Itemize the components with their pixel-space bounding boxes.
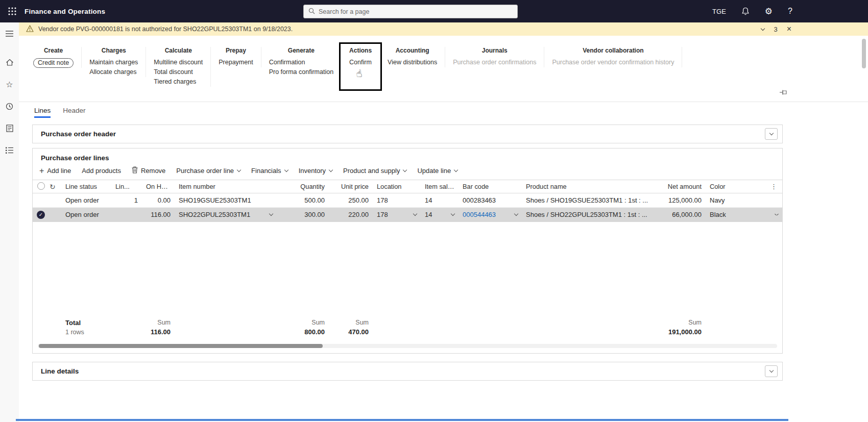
chevron-down-icon (237, 168, 241, 172)
purchase-order-line-menu[interactable]: Purchase order line (176, 167, 240, 175)
chevron-down-icon (769, 368, 773, 373)
cell-on-hand: 0.00 (142, 196, 175, 204)
ribbon-group-title: Prepay (219, 47, 253, 54)
chevron-down-icon (403, 168, 407, 172)
banner-close-icon[interactable]: × (787, 24, 791, 34)
cell-color-dropdown[interactable] (757, 214, 782, 215)
col-quantity[interactable]: Quantity (277, 183, 329, 190)
main-content: Vendor code PVG-000000181 is not authori… (19, 22, 868, 422)
ribbon-group-title: Accounting (388, 47, 437, 54)
col-on-hand[interactable]: On Hand (142, 183, 175, 190)
multiline-discount-button[interactable]: Multiline discount (154, 58, 203, 67)
select-all-circle[interactable] (37, 182, 45, 190)
inventory-menu[interactable]: Inventory (299, 167, 332, 175)
location-value: 178 (377, 211, 388, 218)
hamburger-menu-icon[interactable] (3, 27, 16, 40)
col-bar-code[interactable]: Bar code (459, 183, 522, 190)
col-unit-price[interactable]: Unit price (329, 183, 373, 190)
recent-clock-icon[interactable] (3, 100, 16, 113)
tab-lines[interactable]: Lines (34, 107, 51, 118)
cell-item-sales-tax[interactable]: 14 (421, 211, 459, 218)
col-location[interactable]: Location (373, 183, 421, 190)
prepayment-button[interactable]: Prepayment (219, 58, 253, 67)
vertical-scrollbar[interactable] (862, 37, 866, 417)
workspaces-list-icon[interactable] (3, 143, 16, 157)
col-product-name[interactable]: Product name (522, 183, 662, 190)
cell-line-status: Open order (61, 196, 111, 204)
waffle-menu-icon[interactable] (0, 0, 25, 22)
tiered-charges-button[interactable]: Tiered charges (154, 77, 203, 87)
horizontal-scrollbar[interactable] (38, 344, 777, 348)
col-color[interactable]: Color (706, 183, 757, 190)
row-selected-check-icon[interactable]: ✓ (37, 211, 45, 219)
col-line-number[interactable]: Lin... (111, 183, 142, 190)
expand-section-button[interactable] (765, 365, 778, 377)
cell-quantity: 300.00 (277, 211, 329, 218)
table-row-selected[interactable]: ✓ Open order 116.00 SHO22GPUL25303TM1 30… (33, 208, 782, 222)
total-discount-button[interactable]: Total discount (154, 67, 203, 77)
trash-icon (132, 166, 138, 175)
favorites-star-icon[interactable]: ☆ (3, 78, 16, 91)
ribbon-group-title: Journals (453, 47, 536, 54)
mouse-cursor-hand-icon: ☝ (355, 67, 363, 80)
col-item-number[interactable]: Item number (175, 183, 277, 190)
col-net-amount[interactable]: Net amount (662, 183, 706, 190)
cell-net-amount: 66,000.00 (662, 211, 706, 218)
refresh-icon[interactable]: ↻ (48, 183, 61, 191)
row-select-cell[interactable]: ✓ (33, 211, 48, 219)
add-line-button[interactable]: + Add line (39, 167, 71, 175)
ribbon-group-title: Generate (269, 47, 333, 54)
chevron-down-icon[interactable] (775, 214, 779, 215)
pro-forma-confirmation-button[interactable]: Pro forma confirmation (269, 67, 333, 77)
col-item-sales-tax[interactable]: Item sales ta... (421, 183, 459, 190)
horizontal-scrollbar-thumb[interactable] (39, 344, 323, 348)
app-title[interactable]: Finance and Operations (25, 8, 105, 15)
home-icon[interactable] (3, 56, 16, 69)
chevron-down-icon[interactable] (269, 212, 273, 216)
notifications-bell-icon[interactable] (741, 7, 750, 16)
search-box[interactable] (303, 5, 518, 18)
maintain-charges-button[interactable]: Maintain charges (89, 58, 138, 67)
po-vendor-confirmation-history-button: Purchase order vendor confirmation histo… (552, 58, 674, 67)
expand-section-button[interactable] (765, 128, 778, 140)
chevron-down-icon[interactable] (413, 212, 417, 216)
cell-color: Navy (706, 196, 757, 204)
col-line-status[interactable]: Line status (61, 183, 111, 190)
cell-location[interactable]: 178 (373, 211, 421, 218)
update-line-menu[interactable]: Update line (417, 167, 457, 175)
vertical-scrollbar-thumb[interactable] (862, 39, 866, 68)
view-distributions-button[interactable]: View distributions (388, 58, 437, 67)
forms-page-icon[interactable] (3, 121, 16, 135)
action-pane: Create Credit note Charges Maintain char… (19, 36, 868, 102)
allocate-charges-button[interactable]: Allocate charges (89, 67, 138, 77)
chevron-down-icon[interactable] (451, 212, 455, 216)
search-input[interactable] (319, 8, 513, 15)
sum-label: Sum (146, 319, 171, 326)
settings-gear-icon[interactable]: ⚙ (765, 7, 773, 16)
cell-product-name: Shoes / SHO22GPUL25303TM1 : 1st : ... (522, 211, 662, 218)
cell-bar-code[interactable]: 000544463 (459, 211, 522, 218)
pin-action-pane-icon[interactable] (780, 88, 787, 97)
column-options-icon[interactable]: ⋮ (757, 183, 782, 190)
ribbon-group-actions: Actions Confirm ☝ (342, 47, 380, 67)
help-icon[interactable]: ? (788, 7, 792, 15)
product-and-supply-menu[interactable]: Product and supply (343, 167, 406, 175)
top-bar: Finance and Operations TGE ⚙ ? (0, 0, 868, 22)
credit-note-button[interactable]: Credit note (33, 58, 74, 68)
user-initials[interactable]: TGE (712, 8, 726, 15)
table-row[interactable]: Open order 1 0.00 SHO19GSUE25303TM1 500.… (33, 193, 782, 208)
confirm-button[interactable]: Confirm (349, 58, 372, 67)
bar-code-link[interactable]: 000544463 (463, 211, 496, 218)
sum-label: Sum (281, 319, 325, 326)
add-products-button[interactable]: Add products (82, 167, 121, 175)
banner-expand-chevron-icon[interactable] (761, 26, 765, 30)
remove-button[interactable]: Remove (132, 166, 165, 175)
chevron-down-icon (769, 131, 773, 135)
chevron-down-icon (284, 168, 288, 172)
cell-item-number[interactable]: SHO22GPUL25303TM1 (175, 211, 277, 218)
ribbon-group-title: Calculate (154, 47, 203, 54)
chevron-down-icon[interactable] (514, 212, 518, 216)
tab-header[interactable]: Header (63, 107, 85, 118)
financials-menu[interactable]: Financials (251, 167, 288, 175)
confirmation-button[interactable]: Confirmation (269, 58, 333, 67)
